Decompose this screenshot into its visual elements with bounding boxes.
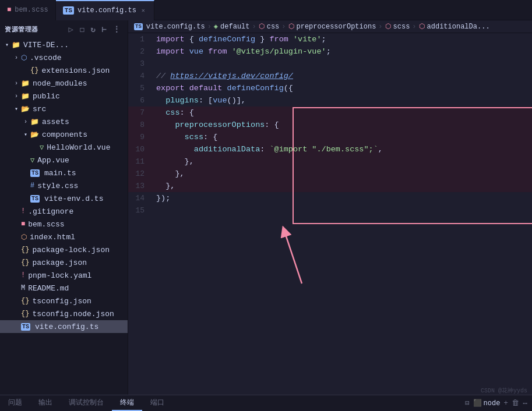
breadcrumb: TS vite.config.ts › ◈ default › ⬡ css › … — [128, 20, 532, 33]
chevron-vscode: › — [12, 55, 21, 61]
kill-terminal-icon[interactable]: 🗑 — [512, 399, 519, 408]
label-components: components — [42, 130, 87, 139]
tab-problems[interactable]: 问题 — [0, 395, 30, 411]
editor-content[interactable]: 1 import { defineConfig } from 'vite'; 2… — [128, 33, 532, 395]
split-terminal-icon[interactable]: ⊟ — [465, 399, 469, 408]
line-content-8: preprocessorOptions: { — [154, 119, 532, 131]
sidebar-item-package-lock[interactable]: {} package-lock.json — [0, 243, 128, 256]
line-num-10: 10 — [128, 143, 154, 155]
line-num-12: 12 — [128, 168, 154, 180]
folder-icon-src: 📂 — [21, 105, 30, 114]
tab-label-vite-config-ts: vite.config.ts — [77, 6, 136, 15]
line-num-4: 4 — [128, 70, 154, 82]
folder-icon-components: 📂 — [30, 130, 39, 139]
sidebar-item-app-vue[interactable]: ▽ App.vue — [0, 154, 128, 166]
breadcrumb-additional-data[interactable]: additionalDa... — [427, 23, 490, 31]
tab-vite-config-ts[interactable]: TS vite.config.ts ✕ — [56, 0, 154, 20]
code-line-3: 3 — [128, 58, 532, 70]
sidebar-item-vite-env[interactable]: TS vite-env.d.ts — [0, 192, 128, 205]
label-bem-scss: bem.scss — [28, 220, 64, 229]
chevron-app-vue — [21, 157, 30, 164]
tab-bem-scss[interactable]: ■ bem.scss — [0, 0, 56, 20]
sidebar-item-gitignore[interactable]: ! .gitignore — [0, 205, 128, 218]
sidebar-item-readme[interactable]: M README.md — [0, 282, 128, 295]
breadcrumb-scss-icon: ⬡ — [385, 22, 391, 31]
sidebar-item-vscode[interactable]: › ⬡ .vscode — [0, 51, 128, 64]
chevron-package-lock — [12, 247, 21, 253]
tree-root[interactable]: ▾ 📁 VITE-DE... — [0, 38, 128, 51]
new-folder-icon[interactable]: ◻ — [77, 24, 86, 35]
line-content-10: additionalData: `@import "./bem.scss";`, — [154, 143, 532, 155]
breadcrumb-preproc[interactable]: preprocessorOptions — [297, 23, 376, 31]
sidebar-item-components[interactable]: ▾ 📂 components — [0, 128, 128, 141]
node-text: node — [484, 399, 501, 408]
new-file-icon[interactable]: ▷ — [67, 24, 76, 35]
code-line-5: 5 export default defineConfig({ — [128, 82, 532, 94]
sidebar-item-bem-scss[interactable]: ■ bem.scss — [0, 218, 128, 231]
breadcrumb-sym-icon: ◈ — [214, 22, 218, 31]
sidebar-header: 资源管理器 ▷ ◻ ↻ ⊢ ⋮ — [0, 20, 128, 38]
tab-ports[interactable]: 端口 — [142, 395, 172, 411]
sidebar-item-main-ts[interactable]: TS main.ts — [0, 166, 128, 179]
sidebar-item-public[interactable]: › 📁 public — [0, 90, 128, 102]
sidebar-item-assets[interactable]: › 📁 assets — [0, 115, 128, 128]
breadcrumb-ts-icon: TS — [134, 23, 144, 30]
breadcrumb-file[interactable]: vite.config.ts — [146, 23, 205, 31]
sidebar-item-extensions-json[interactable]: {} extensions.json — [0, 64, 128, 77]
line-num-7: 7 — [128, 107, 154, 119]
label-readme: README.md — [28, 284, 69, 293]
label-vite-env: vite-env.d.ts — [44, 194, 103, 203]
line-num-6: 6 — [128, 94, 154, 107]
code-line-12: 12 }, — [128, 168, 532, 180]
chevron-index-html — [12, 234, 21, 240]
more-terminal-icon[interactable]: ⋯ — [523, 399, 527, 408]
tab-bar: ■ bem.scss TS vite.config.ts ✕ — [0, 0, 532, 20]
line-content-2: import vue from '@vitejs/plugin-vue'; — [154, 45, 532, 58]
sidebar-item-node-modules[interactable]: › 📁 node_modules — [0, 77, 128, 90]
json-icon-tsconfig: {} — [21, 297, 29, 305]
breadcrumb-default[interactable]: default — [220, 23, 249, 31]
breadcrumb-css-icon: ⬡ — [259, 22, 265, 31]
breadcrumb-scss[interactable]: scss — [393, 23, 410, 31]
line-content-13: }, — [154, 180, 532, 192]
sidebar-item-pnpm-lock[interactable]: ! pnpm-lock.yaml — [0, 269, 128, 282]
tab-close-vite-config[interactable]: ✕ — [140, 6, 147, 15]
breadcrumb-css[interactable]: css — [267, 23, 280, 31]
label-src: src — [33, 105, 46, 114]
arrow-annotation — [273, 225, 325, 289]
code-line-15: 15 — [128, 204, 532, 217]
sidebar-item-helloworld[interactable]: ▽ HelloWorld.vue — [0, 141, 128, 154]
chevron-pnpm-lock — [12, 272, 21, 279]
tab-output[interactable]: 输出 — [30, 395, 61, 411]
sidebar-header-icons: ▷ ◻ ↻ ⊢ ⋮ — [67, 24, 124, 35]
more-actions-icon[interactable]: ⋮ — [111, 24, 123, 35]
chevron-vite-env — [21, 196, 30, 202]
code-line-10: 10 additionalData: `@import "./bem.scss"… — [128, 143, 532, 155]
line-content-1: import { defineConfig } from 'vite'; — [154, 33, 532, 45]
label-package-json: package.json — [32, 258, 87, 267]
line-content-14: }); — [154, 192, 532, 204]
sidebar-item-package-json[interactable]: {} package.json — [0, 256, 128, 269]
sidebar-item-index-html[interactable]: ⬡ index.html — [0, 231, 128, 243]
refresh-icon[interactable]: ↻ — [89, 24, 97, 35]
code-line-4: 4 // https://vitejs.dev/config/ — [128, 70, 532, 82]
sidebar-item-vite-config[interactable]: TS vite.config.ts — [0, 320, 128, 333]
tab-debug-console[interactable]: 调试控制台 — [61, 395, 112, 411]
md-icon-readme: M — [21, 284, 25, 292]
label-tsconfig-node: tsconfig.node.json — [32, 310, 114, 318]
label-extensions-json: extensions.json — [41, 66, 110, 75]
add-terminal-icon[interactable]: + — [503, 399, 508, 408]
collapse-all-icon[interactable]: ⊢ — [100, 24, 108, 35]
sidebar-item-tsconfig[interactable]: {} tsconfig.json — [0, 295, 128, 307]
line-content-7: css: { — [154, 107, 532, 119]
sidebar-item-tsconfig-node[interactable]: {} tsconfig.node.json — [0, 307, 128, 320]
code-line-1: 1 import { defineConfig } from 'vite'; — [128, 33, 532, 45]
sidebar-item-style-css[interactable]: # style.css — [0, 179, 128, 192]
root-folder-icon: 📁 — [12, 41, 20, 49]
ts-icon: TS — [63, 6, 74, 15]
sidebar-item-src[interactable]: ▾ 📂 src — [0, 102, 128, 115]
json-icon-tsconfig-node: {} — [21, 310, 29, 318]
tab-terminal[interactable]: 终端 — [112, 395, 142, 411]
label-main-ts: main.ts — [44, 169, 76, 178]
node-label: ⬛ node — [473, 399, 501, 408]
